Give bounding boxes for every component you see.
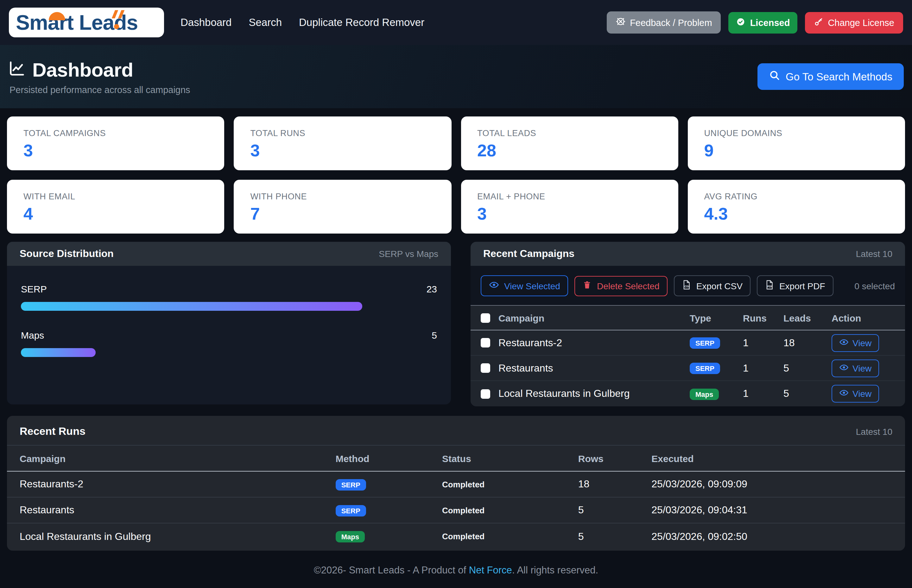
check-circle-icon [736, 17, 746, 28]
col-rows: Rows [578, 453, 652, 464]
view-selected-label: View Selected [504, 281, 560, 291]
licensed-label: Licensed [750, 18, 790, 27]
recent-runs-latest-label: Latest 10 [856, 426, 893, 437]
select-all-checkbox[interactable] [481, 313, 490, 323]
view-label: View [852, 389, 872, 399]
main-content: TOTAL CAMPAIGNS 3 TOTAL RUNS 3 TOTAL LEA… [0, 116, 912, 576]
view-selected-button[interactable]: View Selected [481, 275, 569, 296]
runs-count: 1 [743, 337, 783, 349]
run-executed: 25/03/2026, 09:04:31 [651, 504, 893, 516]
bug-icon [615, 16, 625, 29]
logo-dot-accent [114, 24, 119, 29]
view-button[interactable]: View [831, 334, 879, 352]
brand-logo[interactable]: Smart Leads [9, 8, 164, 37]
dashboard-header-text: Dashboard Persisted performance across a… [8, 58, 190, 95]
stat-value: 9 [704, 141, 889, 161]
row-checkbox[interactable] [481, 389, 490, 399]
method-badge: SERP [336, 505, 366, 516]
stat-value: 3 [23, 141, 208, 161]
source-distribution-chart: SERP 23 Maps 5 [7, 266, 451, 404]
view-button[interactable]: View [831, 359, 879, 377]
change-license-label: Change License [828, 18, 894, 27]
col-campaign: Campaign [499, 312, 690, 323]
dist-value: 23 [426, 284, 437, 294]
runs-table-header: Campaign Method Status Rows Executed [7, 445, 905, 472]
search-icon [769, 69, 780, 84]
run-executed: 25/03/2026, 09:09:09 [651, 478, 893, 490]
go-to-search-methods-label: Go To Search Methods [786, 71, 893, 82]
recent-campaigns-panel: Recent Campaigns Latest 10 View Selected… [471, 242, 905, 406]
nav-link-duplicate-record-remover[interactable]: Duplicate Record Remover [299, 16, 424, 29]
stat-value: 7 [251, 204, 435, 224]
view-button[interactable]: View [831, 385, 879, 402]
change-license-button[interactable]: Change License [805, 12, 903, 33]
run-rows: 5 [578, 504, 652, 516]
dist-value: 5 [432, 330, 437, 341]
dashboard-header: Dashboard Persisted performance across a… [0, 45, 912, 108]
export-csv-label: Export CSV [697, 281, 743, 291]
eye-icon [839, 388, 849, 399]
stat-card-total-runs: TOTAL RUNS 3 [234, 116, 452, 170]
dist-bar-serp [21, 302, 362, 311]
top-navbar: Smart Leads Dashboard Search Duplicate R… [0, 0, 912, 45]
source-distribution-header: Source Distribution SERP vs Maps [7, 242, 451, 266]
stat-card-with-phone: WITH PHONE 7 [234, 180, 452, 234]
stat-value: 3 [477, 204, 662, 224]
stat-label: WITH EMAIL [23, 192, 208, 201]
dist-label: SERP [21, 284, 47, 294]
stat-label: UNIQUE DOMAINS [704, 129, 889, 138]
app-page: Smart Leads Dashboard Search Duplicate R… [0, 0, 912, 588]
footer-text-prefix: ©2026- Smart Leads - A Product of [314, 565, 469, 575]
nav-link-dashboard[interactable]: Dashboard [180, 16, 232, 29]
navbar-actions: Feedback / Problem Licensed Change Licen… [606, 11, 903, 34]
stat-card-total-leads: TOTAL LEADS 28 [461, 116, 678, 170]
view-label: View [852, 363, 872, 373]
campaign-name: Restaurants [499, 362, 690, 374]
campaign-row: Local Restaurants in Gulberg Maps 1 5 Vi… [471, 381, 905, 406]
col-campaign: Campaign [19, 453, 336, 464]
feedback-problem-button[interactable]: Feedback / Problem [606, 11, 721, 34]
source-distribution-panel: Source Distribution SERP vs Maps SERP 23… [7, 242, 451, 404]
nav-link-search[interactable]: Search [249, 16, 282, 29]
recent-runs-header: Recent Runs Latest 10 [7, 416, 905, 445]
stat-value: 3 [251, 141, 435, 161]
stat-value: 4 [23, 204, 208, 224]
stat-card-avg-rating: AVG RATING 4.3 [688, 180, 906, 234]
stat-label: TOTAL RUNS [251, 129, 435, 138]
recent-campaigns-title: Recent Campaigns [483, 248, 574, 260]
stat-value: 4.3 [704, 204, 889, 224]
stat-card-with-email: WITH EMAIL 4 [7, 180, 225, 234]
export-pdf-label: Export PDF [779, 281, 825, 291]
stat-label: EMAIL + PHONE [477, 192, 662, 201]
chart-line-icon [8, 60, 25, 80]
eye-icon [839, 337, 849, 349]
page-title: Dashboard [32, 58, 133, 81]
dist-row-serp: SERP 23 [21, 284, 437, 294]
type-badge: SERP [690, 363, 720, 374]
campaigns-toolbar: View Selected Delete Selected CSV Export… [471, 266, 905, 305]
delete-selected-button[interactable]: Delete Selected [575, 276, 668, 296]
stat-label: AVG RATING [704, 192, 889, 201]
net-force-link[interactable]: Net Force [469, 565, 512, 575]
col-runs: Runs [743, 312, 783, 323]
row-checkbox[interactable] [481, 338, 490, 347]
run-executed: 25/03/2026, 09:02:50 [651, 531, 893, 542]
licensed-badge: Licensed [729, 12, 798, 33]
recent-runs-title: Recent Runs [19, 425, 86, 438]
col-method: Method [336, 453, 442, 464]
nav-links: Dashboard Search Duplicate Record Remove… [180, 16, 424, 29]
footer-text-suffix: . All rights reserved. [512, 565, 598, 575]
stat-card-email-phone: EMAIL + PHONE 3 [461, 180, 678, 234]
feedback-problem-label: Feedback / Problem [630, 18, 712, 27]
selected-count: 0 selected [854, 281, 895, 291]
svg-text:PDF: PDF [768, 285, 773, 288]
eye-icon [839, 362, 849, 374]
go-to-search-methods-button[interactable]: Go To Search Methods [757, 63, 904, 90]
row-checkbox[interactable] [481, 363, 490, 373]
method-badge: SERP [336, 479, 366, 490]
export-csv-button[interactable]: CSV Export CSV [674, 275, 751, 296]
col-leads: Leads [783, 312, 831, 323]
run-row: Restaurants SERP Completed 5 25/03/2026,… [7, 498, 905, 523]
stat-label: WITH PHONE [251, 192, 435, 201]
export-pdf-button[interactable]: PDF Export PDF [757, 275, 833, 296]
